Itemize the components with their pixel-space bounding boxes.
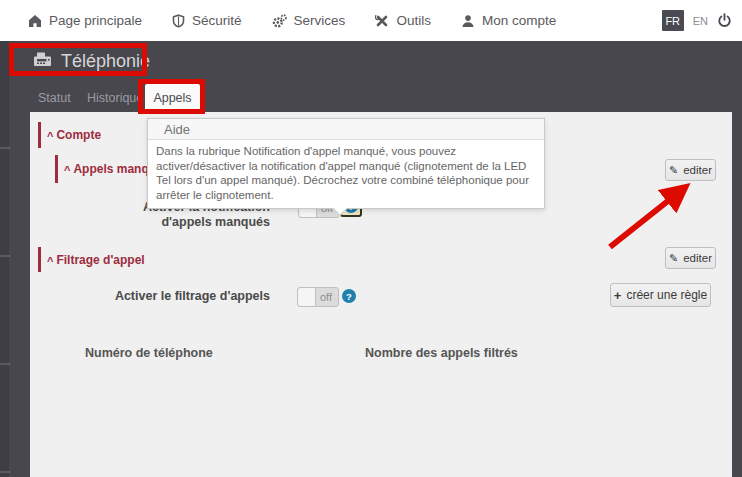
page-title-text: Téléphonie — [61, 51, 150, 72]
call-filter-toggle[interactable]: off — [297, 287, 339, 307]
column-header-phone-number: Numéro de téléphone — [85, 346, 213, 360]
pencil-icon: ✎ — [669, 252, 678, 265]
nav-page-principale[interactable]: Page principale — [28, 13, 142, 28]
top-navbar: Page principale Sécurité Services Outils — [0, 0, 742, 41]
toggle-knob — [298, 288, 316, 306]
call-filter-label: Activer le filtrage d'appels — [90, 289, 270, 304]
section-accent-bar — [55, 155, 58, 183]
page-title: Téléphonie — [33, 51, 150, 72]
help-tooltip: Aide Dans la rubrique Notification d'app… — [147, 118, 545, 209]
section-accent-bar — [38, 122, 41, 148]
collapse-caret-icon: ^ — [47, 255, 53, 267]
section-filtrage-header[interactable]: ^ Filtrage d'appel — [38, 247, 145, 272]
nav-outils[interactable]: Outils — [375, 13, 431, 28]
lang-fr-badge[interactable]: FR — [662, 10, 684, 31]
nav-services[interactable]: Services — [272, 13, 346, 28]
edit-call-filter-button[interactable]: ✎ editer — [665, 247, 716, 269]
edit-missed-calls-button[interactable]: ✎ editer — [665, 159, 716, 181]
nav-label: Page principale — [49, 13, 142, 28]
edit-button-label: editer — [683, 164, 712, 176]
tooltip-title: Aide — [148, 119, 544, 140]
tab-statut[interactable]: Statut — [38, 91, 71, 105]
lang-en-link[interactable]: EN — [693, 15, 708, 27]
tools-icon — [375, 14, 389, 28]
home-icon — [28, 14, 42, 28]
logout-power-icon[interactable] — [717, 13, 732, 28]
section-filtrage-title: Filtrage d'appel — [56, 253, 144, 267]
section-compte-header[interactable]: ^ Compte — [38, 122, 101, 148]
call-filter-help-icon[interactable]: ? — [342, 289, 356, 303]
collapse-caret-icon: ^ — [47, 130, 53, 142]
nav-mon-compte[interactable]: Mon compte — [461, 13, 556, 28]
collapsed-sidebar[interactable] — [0, 41, 10, 477]
pencil-icon: ✎ — [669, 164, 678, 177]
telephony-settings-screen: Page principale Sécurité Services Outils — [0, 0, 742, 477]
create-rule-label: créer une règle — [626, 288, 707, 302]
gears-icon — [272, 14, 287, 28]
nav-securite[interactable]: Sécurité — [172, 13, 242, 28]
nav-label: Mon compte — [482, 13, 556, 28]
section-accent-bar — [38, 247, 41, 272]
nav-label: Outils — [396, 13, 431, 28]
nav-label: Sécurité — [192, 13, 242, 28]
tab-historique[interactable]: Historique — [87, 91, 143, 105]
tooltip-body: Dans la rubrique Notification d'appel ma… — [148, 140, 544, 208]
section-compte-title: Compte — [56, 128, 101, 142]
user-icon — [461, 14, 475, 28]
edit-button-label: editer — [683, 252, 712, 264]
fax-icon — [33, 51, 52, 72]
create-rule-button[interactable]: + créer une règle — [610, 283, 711, 307]
nav-label: Services — [294, 13, 346, 28]
collapse-caret-icon: ^ — [64, 164, 70, 176]
plus-icon: + — [614, 288, 622, 303]
shield-icon — [172, 14, 185, 28]
toggle-state-label: off — [320, 291, 332, 303]
tab-appels[interactable]: Appels — [145, 84, 200, 112]
column-header-filtered-calls: Nombre des appels filtrés — [365, 346, 518, 360]
